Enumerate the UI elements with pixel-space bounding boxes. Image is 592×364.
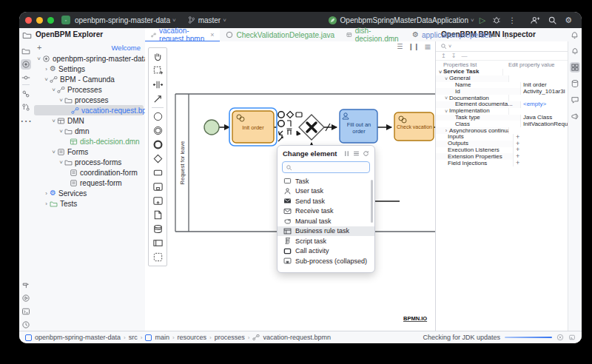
property-value[interactable]: Java Class [520,115,569,121]
tree-item-bpm-camunda[interactable]: ˅ BPM - Camunda [33,74,145,84]
lasso-tool-icon[interactable] [150,64,165,78]
popup-search-input[interactable] [282,161,370,173]
tree-item-coordination-form[interactable]: coordination-form [33,167,145,178]
add-button[interactable]: + [37,43,41,52]
build-stripe-icon[interactable] [21,280,31,290]
create-group-icon[interactable] [150,250,165,264]
space-tool-icon[interactable] [150,78,165,92]
columns-icon[interactable] [343,150,350,157]
create-participant-icon[interactable] [150,236,165,250]
database-stripe-icon[interactable] [570,78,580,89]
popup-scrollbar[interactable] [371,180,373,223]
property-value[interactable]: InitVacationRequestDelegate [520,121,569,127]
run-configuration[interactable]: OpenbpmSpringMasterDataApplication ˅ [329,16,477,24]
remove-icon[interactable]: — [461,53,467,59]
property-row-documentation[interactable]: Element documenta... <empty> [436,101,569,108]
property-row-field-injections[interactable]: Field Injections + [436,160,569,166]
create-gateway-icon[interactable] [150,152,165,166]
add-icon[interactable]: + [513,141,569,147]
property-row-execution-listeners[interactable]: Execution Listeners + [436,147,569,154]
create-subprocess-expanded-icon[interactable] [150,180,165,194]
create-task-icon[interactable] [150,166,165,180]
breadcrumb[interactable]: openbpm-spring-master-data [25,334,121,341]
start-event[interactable] [204,120,219,135]
property-value[interactable]: Init order [520,82,569,89]
run-button[interactable]: ▷ [480,16,485,25]
bpmnio-watermark[interactable]: BPMN.IO [403,315,427,322]
history-stripe-icon[interactable] [21,320,31,330]
debug-button[interactable] [492,16,501,24]
create-data-store-icon[interactable] [150,222,165,236]
pull-requests-stripe-icon[interactable] [21,102,31,112]
property-row[interactable]: ˅Service Task [436,69,569,75]
create-intermediate-event-icon[interactable] [150,124,165,138]
openbpm-explorer-stripe-icon[interactable] [21,59,31,70]
option-manual-task[interactable]: Manual task [278,216,374,226]
option-subprocess-collapsed[interactable]: Sub-process (collapsed) [278,256,374,266]
breadcrumb-file[interactable]: vacation-request.bpmn [252,334,331,341]
bpmn-editor-canvas[interactable]: ☰ ❙❙ ▦ Request for leave [145,41,435,331]
tree-item-request-form[interactable]: request-form [33,178,145,188]
list-icon[interactable] [353,150,360,157]
structure-stripe-icon[interactable] [21,89,31,99]
property-row-inputs[interactable]: Inputs + [436,134,569,141]
property-row-outputs[interactable]: Outputs + [436,141,569,147]
services-stripe-icon[interactable] [21,293,31,303]
add-icon[interactable]: + [513,147,569,154]
more-toolwindows-icon[interactable]: ⋯ [21,115,31,126]
tree-item-processes-group[interactable]: ˅ Processes [33,84,145,95]
property-row[interactable]: ˅General [436,75,569,82]
tree-item-processes-folder[interactable]: ˅ processes [33,95,145,105]
cancel-progress-icon[interactable] [556,334,564,341]
add-icon[interactable]: + [513,134,569,141]
breadcrumb[interactable]: processes [215,334,245,341]
tab-dish-decision-dmn[interactable]: dish-decision.dmn [340,28,406,41]
background-tasks-icon[interactable] [568,334,576,341]
tree-item-dish-decision[interactable]: dish-decision.dmn [33,136,145,146]
option-user-task[interactable]: User task [278,186,374,197]
ai-chat-stripe-icon[interactable] [570,95,580,105]
search-everywhere-icon[interactable] [548,16,557,25]
bpmn-inspector-stripe-icon[interactable] [570,62,580,73]
breadcrumb[interactable]: src [129,334,138,341]
global-connect-tool-icon[interactable] [150,92,165,106]
property-row-extension-properties[interactable]: Extension Properties + [436,153,569,160]
create-subprocess-collapsed-icon[interactable] [150,194,165,208]
property-value[interactable]: <empty> [520,101,569,108]
refresh-icon[interactable] [363,150,369,157]
welcome-link[interactable]: Welcome [112,44,141,52]
announcements-stripe-icon[interactable] [570,111,580,121]
zoom-window-button[interactable] [47,17,54,24]
add-icon[interactable]: + [513,153,569,160]
tree-item-dmn-folder[interactable]: ˅ dmn [33,126,145,136]
tree-item-root[interactable]: ˅ openbpm-spring-master-data [33,53,145,64]
project-stripe-icon[interactable] [21,46,31,56]
tree-item-settings[interactable]: › ⚙ Settings [33,64,145,74]
notifications-bell-icon[interactable] [570,30,579,40]
close-window-button[interactable] [25,17,32,24]
tab-application-properties[interactable]: ⚙ application.properties [406,28,498,41]
option-task[interactable]: Task [278,176,374,186]
expand-all-icon[interactable]: ↥ [441,53,446,59]
property-row-class[interactable]: Class InitVacationRequestDelegate [436,121,569,127]
minimize-window-button[interactable] [36,17,43,24]
notifications-stripe-icon[interactable] [570,46,580,56]
option-script-task[interactable]: Script task [278,236,374,246]
property-row[interactable]: ˅Documentation [436,95,569,101]
collapse-all-icon[interactable]: ↧ [451,53,457,59]
hand-tool-icon[interactable] [150,50,165,64]
tree-item-services[interactable]: › ⚙ Services [33,188,145,198]
option-call-activity[interactable]: Call activity [278,246,374,257]
property-row[interactable]: ›Asynchronous continuat... [436,127,569,134]
tab-overflow-icon[interactable]: ⋮ [498,31,514,39]
terminal-stripe-icon[interactable] [21,306,31,317]
vcs-widget[interactable]: master ˅ [187,16,229,24]
close-tab-icon[interactable]: × [210,31,214,38]
property-row-name[interactable]: Name Init order [436,82,569,89]
create-start-event-icon[interactable] [150,109,165,124]
project-widget[interactable]: openbpm-spring-master-data ˅ [75,16,178,24]
tree-item-tests[interactable]: › Tests [33,198,145,209]
commit-stripe-icon[interactable] [21,73,31,83]
property-row-id[interactable]: Id Activity_101ar3l [436,88,569,95]
property-row[interactable]: ˅Implementation [436,108,569,115]
